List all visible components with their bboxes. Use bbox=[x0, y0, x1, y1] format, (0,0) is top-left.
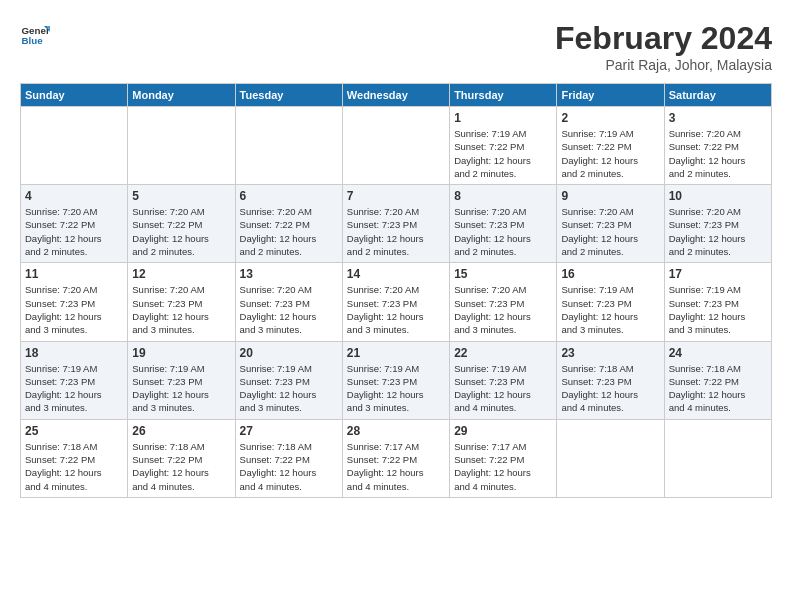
location: Parit Raja, Johor, Malaysia bbox=[555, 57, 772, 73]
calendar-cell: 23Sunrise: 7:18 AM Sunset: 7:23 PM Dayli… bbox=[557, 341, 664, 419]
day-number: 27 bbox=[240, 424, 338, 438]
calendar-cell: 3Sunrise: 7:20 AM Sunset: 7:22 PM Daylig… bbox=[664, 107, 771, 185]
day-number: 5 bbox=[132, 189, 230, 203]
day-info: Sunrise: 7:20 AM Sunset: 7:22 PM Dayligh… bbox=[132, 205, 230, 258]
calendar-cell: 25Sunrise: 7:18 AM Sunset: 7:22 PM Dayli… bbox=[21, 419, 128, 497]
calendar-cell: 28Sunrise: 7:17 AM Sunset: 7:22 PM Dayli… bbox=[342, 419, 449, 497]
day-info: Sunrise: 7:18 AM Sunset: 7:22 PM Dayligh… bbox=[25, 440, 123, 493]
calendar-cell: 15Sunrise: 7:20 AM Sunset: 7:23 PM Dayli… bbox=[450, 263, 557, 341]
day-info: Sunrise: 7:20 AM Sunset: 7:23 PM Dayligh… bbox=[347, 283, 445, 336]
day-number: 28 bbox=[347, 424, 445, 438]
day-info: Sunrise: 7:20 AM Sunset: 7:23 PM Dayligh… bbox=[132, 283, 230, 336]
day-number: 15 bbox=[454, 267, 552, 281]
day-number: 23 bbox=[561, 346, 659, 360]
svg-text:Blue: Blue bbox=[22, 35, 44, 46]
calendar-week-row: 11Sunrise: 7:20 AM Sunset: 7:23 PM Dayli… bbox=[21, 263, 772, 341]
day-number: 19 bbox=[132, 346, 230, 360]
day-of-week-header: Thursday bbox=[450, 84, 557, 107]
calendar-cell: 17Sunrise: 7:19 AM Sunset: 7:23 PM Dayli… bbox=[664, 263, 771, 341]
day-number: 8 bbox=[454, 189, 552, 203]
calendar-cell bbox=[21, 107, 128, 185]
day-number: 7 bbox=[347, 189, 445, 203]
day-number: 6 bbox=[240, 189, 338, 203]
calendar-cell: 1Sunrise: 7:19 AM Sunset: 7:22 PM Daylig… bbox=[450, 107, 557, 185]
day-number: 13 bbox=[240, 267, 338, 281]
day-info: Sunrise: 7:20 AM Sunset: 7:23 PM Dayligh… bbox=[561, 205, 659, 258]
day-info: Sunrise: 7:20 AM Sunset: 7:23 PM Dayligh… bbox=[454, 205, 552, 258]
day-info: Sunrise: 7:18 AM Sunset: 7:22 PM Dayligh… bbox=[669, 362, 767, 415]
day-info: Sunrise: 7:19 AM Sunset: 7:23 PM Dayligh… bbox=[561, 283, 659, 336]
calendar-week-row: 1Sunrise: 7:19 AM Sunset: 7:22 PM Daylig… bbox=[21, 107, 772, 185]
day-number: 17 bbox=[669, 267, 767, 281]
calendar-cell bbox=[342, 107, 449, 185]
calendar-cell bbox=[664, 419, 771, 497]
day-number: 22 bbox=[454, 346, 552, 360]
calendar-cell: 2Sunrise: 7:19 AM Sunset: 7:22 PM Daylig… bbox=[557, 107, 664, 185]
calendar-cell: 10Sunrise: 7:20 AM Sunset: 7:23 PM Dayli… bbox=[664, 185, 771, 263]
day-info: Sunrise: 7:19 AM Sunset: 7:23 PM Dayligh… bbox=[132, 362, 230, 415]
calendar-header-row: SundayMondayTuesdayWednesdayThursdayFrid… bbox=[21, 84, 772, 107]
day-of-week-header: Saturday bbox=[664, 84, 771, 107]
calendar-cell: 29Sunrise: 7:17 AM Sunset: 7:22 PM Dayli… bbox=[450, 419, 557, 497]
calendar-cell: 4Sunrise: 7:20 AM Sunset: 7:22 PM Daylig… bbox=[21, 185, 128, 263]
month-title: February 2024 bbox=[555, 20, 772, 57]
day-number: 18 bbox=[25, 346, 123, 360]
day-info: Sunrise: 7:20 AM Sunset: 7:22 PM Dayligh… bbox=[669, 127, 767, 180]
day-info: Sunrise: 7:17 AM Sunset: 7:22 PM Dayligh… bbox=[347, 440, 445, 493]
day-number: 9 bbox=[561, 189, 659, 203]
day-number: 20 bbox=[240, 346, 338, 360]
calendar-week-row: 25Sunrise: 7:18 AM Sunset: 7:22 PM Dayli… bbox=[21, 419, 772, 497]
day-number: 4 bbox=[25, 189, 123, 203]
day-info: Sunrise: 7:20 AM Sunset: 7:23 PM Dayligh… bbox=[240, 283, 338, 336]
day-number: 29 bbox=[454, 424, 552, 438]
day-info: Sunrise: 7:18 AM Sunset: 7:23 PM Dayligh… bbox=[561, 362, 659, 415]
day-number: 24 bbox=[669, 346, 767, 360]
calendar-cell: 19Sunrise: 7:19 AM Sunset: 7:23 PM Dayli… bbox=[128, 341, 235, 419]
day-info: Sunrise: 7:17 AM Sunset: 7:22 PM Dayligh… bbox=[454, 440, 552, 493]
calendar-cell: 8Sunrise: 7:20 AM Sunset: 7:23 PM Daylig… bbox=[450, 185, 557, 263]
calendar-cell: 12Sunrise: 7:20 AM Sunset: 7:23 PM Dayli… bbox=[128, 263, 235, 341]
day-number: 14 bbox=[347, 267, 445, 281]
day-of-week-header: Monday bbox=[128, 84, 235, 107]
day-info: Sunrise: 7:19 AM Sunset: 7:23 PM Dayligh… bbox=[25, 362, 123, 415]
day-of-week-header: Sunday bbox=[21, 84, 128, 107]
day-info: Sunrise: 7:20 AM Sunset: 7:23 PM Dayligh… bbox=[25, 283, 123, 336]
calendar-cell: 21Sunrise: 7:19 AM Sunset: 7:23 PM Dayli… bbox=[342, 341, 449, 419]
calendar-cell: 27Sunrise: 7:18 AM Sunset: 7:22 PM Dayli… bbox=[235, 419, 342, 497]
day-number: 3 bbox=[669, 111, 767, 125]
day-info: Sunrise: 7:20 AM Sunset: 7:22 PM Dayligh… bbox=[25, 205, 123, 258]
day-info: Sunrise: 7:19 AM Sunset: 7:22 PM Dayligh… bbox=[454, 127, 552, 180]
calendar-cell: 22Sunrise: 7:19 AM Sunset: 7:23 PM Dayli… bbox=[450, 341, 557, 419]
day-number: 25 bbox=[25, 424, 123, 438]
calendar-week-row: 4Sunrise: 7:20 AM Sunset: 7:22 PM Daylig… bbox=[21, 185, 772, 263]
day-of-week-header: Friday bbox=[557, 84, 664, 107]
calendar-cell bbox=[128, 107, 235, 185]
day-of-week-header: Tuesday bbox=[235, 84, 342, 107]
calendar-cell: 6Sunrise: 7:20 AM Sunset: 7:22 PM Daylig… bbox=[235, 185, 342, 263]
calendar-table: SundayMondayTuesdayWednesdayThursdayFrid… bbox=[20, 83, 772, 498]
calendar-cell: 7Sunrise: 7:20 AM Sunset: 7:23 PM Daylig… bbox=[342, 185, 449, 263]
day-info: Sunrise: 7:20 AM Sunset: 7:23 PM Dayligh… bbox=[454, 283, 552, 336]
day-number: 10 bbox=[669, 189, 767, 203]
calendar-cell: 26Sunrise: 7:18 AM Sunset: 7:22 PM Dayli… bbox=[128, 419, 235, 497]
day-info: Sunrise: 7:19 AM Sunset: 7:23 PM Dayligh… bbox=[669, 283, 767, 336]
calendar-cell: 11Sunrise: 7:20 AM Sunset: 7:23 PM Dayli… bbox=[21, 263, 128, 341]
calendar-cell bbox=[235, 107, 342, 185]
calendar-week-row: 18Sunrise: 7:19 AM Sunset: 7:23 PM Dayli… bbox=[21, 341, 772, 419]
logo: General Blue bbox=[20, 20, 50, 50]
day-info: Sunrise: 7:20 AM Sunset: 7:23 PM Dayligh… bbox=[669, 205, 767, 258]
day-number: 2 bbox=[561, 111, 659, 125]
calendar-cell: 20Sunrise: 7:19 AM Sunset: 7:23 PM Dayli… bbox=[235, 341, 342, 419]
day-number: 11 bbox=[25, 267, 123, 281]
calendar-cell: 24Sunrise: 7:18 AM Sunset: 7:22 PM Dayli… bbox=[664, 341, 771, 419]
day-number: 21 bbox=[347, 346, 445, 360]
calendar-cell: 13Sunrise: 7:20 AM Sunset: 7:23 PM Dayli… bbox=[235, 263, 342, 341]
day-info: Sunrise: 7:19 AM Sunset: 7:22 PM Dayligh… bbox=[561, 127, 659, 180]
calendar-cell bbox=[557, 419, 664, 497]
title-block: February 2024 Parit Raja, Johor, Malaysi… bbox=[555, 20, 772, 73]
calendar-cell: 14Sunrise: 7:20 AM Sunset: 7:23 PM Dayli… bbox=[342, 263, 449, 341]
day-info: Sunrise: 7:18 AM Sunset: 7:22 PM Dayligh… bbox=[240, 440, 338, 493]
day-info: Sunrise: 7:19 AM Sunset: 7:23 PM Dayligh… bbox=[347, 362, 445, 415]
calendar-cell: 16Sunrise: 7:19 AM Sunset: 7:23 PM Dayli… bbox=[557, 263, 664, 341]
calendar-cell: 9Sunrise: 7:20 AM Sunset: 7:23 PM Daylig… bbox=[557, 185, 664, 263]
